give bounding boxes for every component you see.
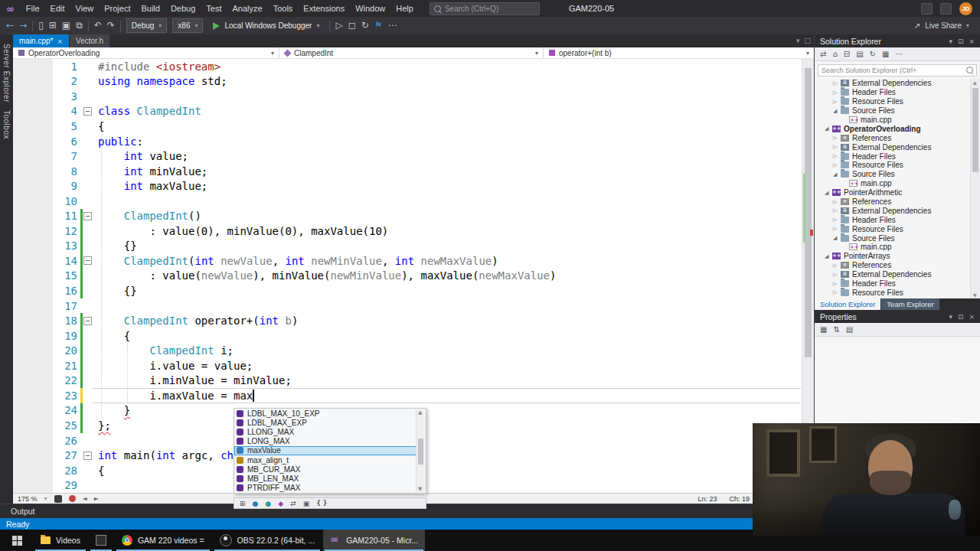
expander-collapsed-icon[interactable]: ▷: [833, 199, 841, 205]
chevron-down-icon[interactable]: ▾: [949, 37, 952, 45]
bookmark-flag-icon[interactable]: ⚑: [374, 17, 383, 34]
expander-expanded-icon[interactable]: ◢: [833, 171, 841, 178]
menu-edit[interactable]: Edit: [45, 0, 70, 17]
tab-solution-explorer[interactable]: Solution Explorer: [815, 298, 880, 310]
menu-window[interactable]: Window: [350, 0, 390, 17]
code-line-1[interactable]: 1#include <iostream>: [13, 59, 802, 74]
breadcrumb-scope-dropdown[interactable]: OperatorOverloading ▾: [13, 47, 279, 58]
feedback-icon[interactable]: [921, 3, 933, 15]
code-line-2[interactable]: 2using namespace std;: [13, 74, 802, 90]
expander-expanded-icon[interactable]: ◢: [833, 235, 841, 241]
tree-item-source-files[interactable]: ◢Source Files: [815, 106, 980, 116]
expander-collapsed-icon[interactable]: ▷: [833, 262, 841, 269]
menu-project[interactable]: Project: [99, 0, 136, 17]
notifications-icon[interactable]: [940, 3, 952, 15]
side-tab-server-explorer[interactable]: Server Explorer: [2, 44, 11, 103]
scroll-down-icon[interactable]: ▼: [973, 292, 977, 298]
diamond-filter-icon[interactable]: ◆: [278, 500, 283, 507]
tree-item-pointerarrays[interactable]: ◢++PointerArrays: [815, 252, 980, 261]
undo-icon[interactable]: ↶: [94, 17, 102, 34]
scrollbar-thumb[interactable]: [972, 88, 978, 172]
navigate-forward-icon[interactable]: →: [19, 17, 27, 34]
user-avatar[interactable]: JD: [959, 2, 972, 15]
close-icon[interactable]: ×: [969, 37, 975, 45]
intellisense-item-llong-max[interactable]: LLONG_MAX: [234, 427, 418, 436]
code-line-20[interactable]: 20 ClampedInt i;: [13, 343, 802, 358]
breadcrumb-member-dropdown[interactable]: operator+(int b) ▾: [544, 47, 814, 58]
taskbar-item-gam220-05-micr[interactable]: GAM220-05 - Micr...: [323, 530, 425, 551]
code-line-13[interactable]: 13 {}: [13, 239, 802, 254]
code-line-10[interactable]: 10: [13, 194, 802, 209]
menu-test[interactable]: Test: [201, 0, 227, 17]
code-line-11[interactable]: 11− ClampedInt(): [13, 209, 802, 224]
tree-item-header-files[interactable]: ▷Header Files: [815, 279, 980, 289]
tree-item-references[interactable]: ▷≡References: [815, 261, 980, 270]
live-share-button[interactable]: ↗ Live Share ▾: [914, 17, 974, 34]
float-window-icon[interactable]: □: [804, 37, 811, 44]
tree-item-resource-files[interactable]: ▷Resource Files: [815, 224, 980, 233]
code-line-19[interactable]: 19 {: [13, 328, 802, 344]
menu-file[interactable]: File: [21, 0, 45, 17]
doc-tab-vector-h[interactable]: Vector.h: [70, 34, 109, 47]
expander-collapsed-icon[interactable]: ▷: [833, 99, 841, 105]
intellisense-item-maxvalue[interactable]: maxValue: [234, 446, 418, 455]
code-line-14[interactable]: 14− ClampedInt(int newValue, int newMinV…: [13, 253, 802, 269]
dott-filter-icon[interactable]: ●: [265, 500, 271, 507]
fold-toggle-icon[interactable]: −: [83, 212, 92, 220]
tree-vertical-scrollbar[interactable]: ▲ ▼: [970, 79, 980, 298]
menu-debug[interactable]: Debug: [165, 0, 201, 17]
pin-icon[interactable]: ⊡: [958, 37, 964, 45]
code-line-3[interactable]: 3: [13, 89, 802, 104]
side-tab-toolbox[interactable]: Toolbox: [2, 110, 11, 139]
code-line-5[interactable]: 5{: [13, 119, 802, 134]
expander-collapsed-icon[interactable]: ▷: [833, 289, 841, 295]
platform-dropdown[interactable]: x86 ▾: [172, 18, 203, 33]
zoom-dropdown[interactable]: 175 %: [18, 495, 38, 503]
expander-expanded-icon[interactable]: ◢: [825, 253, 832, 259]
code-line-4[interactable]: 4−class ClampedInt: [13, 104, 802, 119]
props-icon[interactable]: ▦: [882, 50, 889, 58]
tree-item-header-files[interactable]: ▷Header Files: [815, 152, 980, 161]
code-line-17[interactable]: 17: [13, 298, 802, 314]
save-all-icon[interactable]: ⧉: [76, 17, 83, 34]
expander-expanded-icon[interactable]: ◢: [825, 190, 832, 196]
fold-toggle-icon[interactable]: −: [83, 107, 92, 116]
tab-list-chevron-icon[interactable]: ▾: [796, 37, 800, 44]
scroll-down-icon[interactable]: ▼: [418, 486, 422, 492]
scrollbar-thumb[interactable]: [418, 439, 423, 465]
error-indicator-icon[interactable]: [69, 495, 76, 502]
solution-search-input[interactable]: Search Solution Explorer (Ctrl+: [818, 64, 977, 77]
intellisense-item-mb-len-max[interactable]: MB_LEN_MAX: [234, 474, 418, 483]
fold-toggle-icon[interactable]: −: [83, 256, 92, 265]
expander-collapsed-icon[interactable]: ▷: [833, 217, 841, 223]
taskbar-item-videos[interactable]: Videos: [34, 530, 87, 551]
editor-mode-icon[interactable]: [54, 495, 62, 503]
swap-filter-icon[interactable]: ⇄: [290, 500, 296, 507]
intellisense-item-max-align-t[interactable]: max_align_t: [234, 455, 418, 465]
code-line-18[interactable]: 18− ClampedInt operator+(int b): [13, 313, 802, 328]
box-filter-icon[interactable]: ▣: [303, 500, 310, 507]
start-button[interactable]: [0, 530, 34, 551]
tree-item-resource-files[interactable]: ▷Resource Files: [815, 97, 980, 106]
code-line-9[interactable]: 9 int maxValue;: [13, 178, 802, 194]
chevron-down-icon[interactable]: ▾: [949, 313, 952, 321]
scroll-left-icon[interactable]: ◄: [83, 495, 87, 502]
refresh-icon[interactable]: ↻: [870, 50, 876, 58]
tree-item-header-files[interactable]: ▷Header Files: [815, 88, 980, 97]
more-icon[interactable]: ⋯: [895, 50, 903, 58]
menu-build[interactable]: Build: [136, 0, 165, 17]
navigate-back-icon[interactable]: ←: [6, 17, 14, 34]
intellisense-scrollbar[interactable]: ▲ ▼: [416, 409, 425, 492]
alpha-icon[interactable]: ⇅: [833, 325, 839, 334]
close-tab-icon[interactable]: ×: [57, 37, 63, 45]
expander-collapsed-icon[interactable]: ▷: [833, 272, 841, 278]
scroll-up-icon[interactable]: ▲: [973, 80, 977, 85]
refresh-icon[interactable]: ↻: [361, 17, 369, 34]
sync-icon[interactable]: ⇄: [820, 50, 826, 58]
more-tools-icon[interactable]: ⋯: [387, 17, 397, 34]
menu-tools[interactable]: Tools: [268, 0, 299, 17]
expander-expanded-icon[interactable]: ◢: [833, 108, 841, 114]
dotb-filter-icon[interactable]: ●: [253, 500, 259, 507]
expander-collapsed-icon[interactable]: ▷: [833, 153, 841, 159]
expander-collapsed-icon[interactable]: ▷: [833, 80, 841, 86]
